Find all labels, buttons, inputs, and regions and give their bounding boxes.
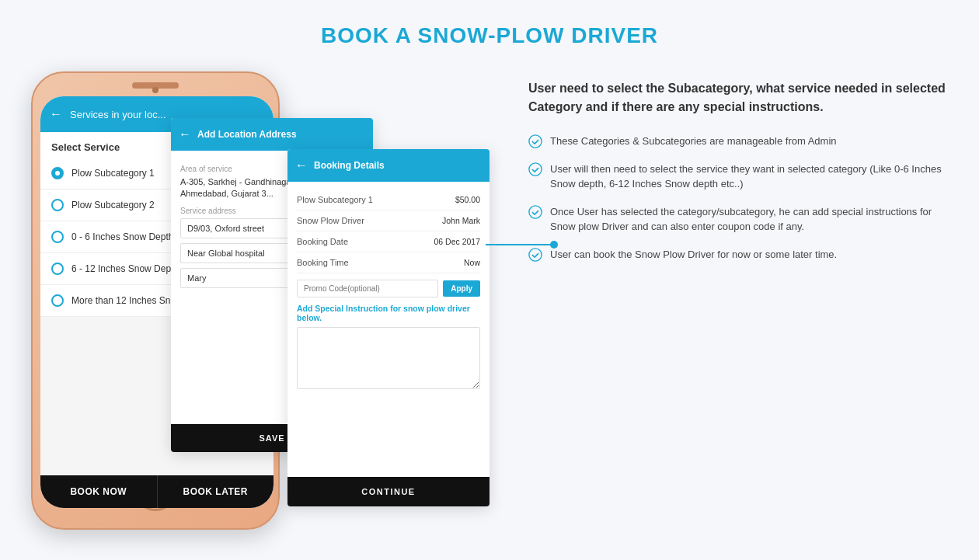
main-content: ← Services in your loc... Select Service… [31,71,948,506]
booking-header-text: Booking Details [314,160,385,171]
service-label-2: Plow Subcategory 2 [71,200,155,210]
service-label-4: 6 - 12 Inches Snow Dept... [71,263,181,274]
info-point-4: User can book the Snow Plow Driver for n… [550,247,837,263]
phone-section: ← Services in your loc... Select Service… [31,71,497,506]
screen1-header-text: Services in your loc... [70,109,166,120]
check-icon-1 [528,134,542,148]
special-instruction-label: Add Special Instruction for snow plow dr… [297,304,480,322]
book-later-button[interactable]: BOOK LATER [158,475,274,508]
bottom-buttons: BOOK NOW BOOK LATER [40,475,273,508]
service-label-1: Plow Subcategory 1 [71,168,155,179]
info-item-1: These Categories & Subcategories are man… [528,134,948,149]
booking-back-icon[interactable]: ← [295,158,308,172]
check-icon-3 [528,205,542,219]
booking-value-1: $50.00 [455,195,480,204]
special-textarea[interactable] [297,327,480,389]
booking-body: Plow Subcategory 1 $50.00 Snow Plow Driv… [287,182,490,400]
page-title: BOOK A SNOW-PLOW DRIVER [321,23,658,48]
booking-label-1: Plow Subcategory 1 [297,195,373,204]
info-item-3: Once User has selected the category/subc… [528,204,948,235]
booking-label-2: Snow Plow Driver [297,216,364,225]
connector-dot [550,241,558,249]
radio-2[interactable] [51,199,64,211]
booking-row-2: Snow Plow Driver John Mark [297,210,480,231]
screen-booking: ← Booking Details Plow Subcategory 1 $50… [287,149,490,506]
promo-row: Apply [297,280,480,297]
booking-row-4: Booking Time Now [297,252,480,273]
book-now-button[interactable]: BOOK NOW [40,475,158,508]
svg-point-1 [529,162,542,175]
booking-value-4: Now [464,258,480,267]
location-header-text: Add Location Address [197,129,297,140]
service-label-3: 0 - 6 Inches Snow Depth [71,231,173,242]
info-panel: User need to select the Subacategory, wh… [528,71,948,274]
promo-input[interactable] [297,280,438,297]
radio-3[interactable] [51,231,64,243]
location-back-icon[interactable]: ← [179,127,191,141]
svg-point-0 [529,135,542,148]
radio-5[interactable] [51,294,64,307]
service-label-5: More than 12 Inches Sno... [71,295,183,306]
info-point-3: Once User has selected the category/subc… [550,204,948,235]
continue-button[interactable]: CONTINUE [287,477,490,506]
location-header: ← Add Location Address [171,118,373,151]
info-point-2: User will then need to select the servic… [550,162,948,192]
info-point-1: These Categories & Subcategories are man… [550,134,837,149]
back-arrow-icon[interactable]: ← [50,107,62,121]
booking-value-2: John Mark [442,216,480,225]
booking-label-4: Booking Time [297,258,349,267]
apply-button[interactable]: Apply [443,280,480,297]
booking-header: ← Booking Details [287,149,490,182]
check-icon-2 [528,162,542,176]
info-main-text: User need to select the Subacategory, wh… [528,79,948,117]
radio-1[interactable] [51,167,64,179]
phone-camera [152,87,159,93]
svg-point-3 [529,248,542,260]
radio-4[interactable] [51,263,64,275]
info-item-4: User can book the Snow Plow Driver for n… [528,247,948,263]
connector-line [486,244,556,245]
booking-row-1: Plow Subcategory 1 $50.00 [297,190,480,210]
info-item-2: User will then need to select the servic… [528,162,948,192]
booking-label-3: Booking Date [297,237,348,246]
svg-point-2 [529,205,542,217]
booking-value-3: 06 Dec 2017 [434,237,480,246]
booking-row-3: Booking Date 06 Dec 2017 [297,231,480,252]
check-icon-4 [528,248,542,262]
